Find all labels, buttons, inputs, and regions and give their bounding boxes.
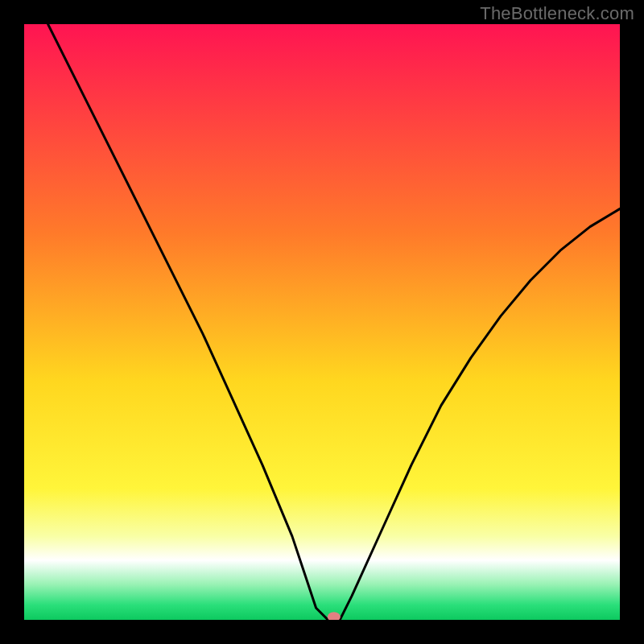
plot-area [24,24,620,620]
chart-svg [24,24,620,620]
gradient-rect [24,24,620,620]
chart-frame: TheBottleneck.com [0,0,644,644]
watermark-text: TheBottleneck.com [480,3,634,24]
